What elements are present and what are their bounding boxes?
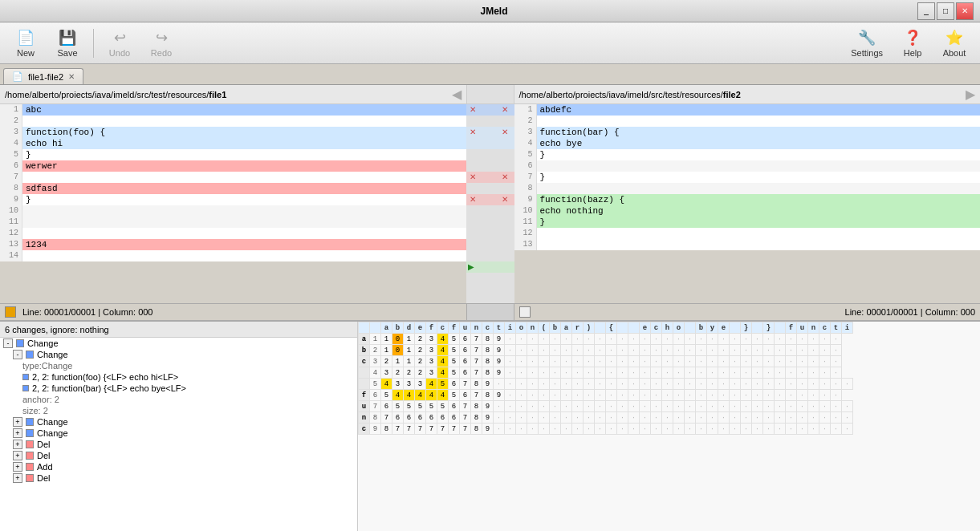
matrix-cell: 2 [381,356,392,367]
matrix-cell: · [572,356,584,367]
expand-btn-7[interactable]: + [13,417,22,427]
matrix-cell: · [718,390,730,401]
matrix-cell: · [775,379,786,390]
matrix-cell: · [808,412,819,424]
matrix-cell: · [707,334,718,345]
change-label-11: Add [37,462,53,472]
matrix-cell: 1 [381,345,392,356]
matrix-cell: · [685,401,696,412]
minimize-button[interactable]: ⎯ [917,2,935,20]
matrix-cell: · [505,412,516,424]
left-line-10: 10 [0,205,466,217]
change-icon-3 [22,374,29,380]
expand-btn-10[interactable]: + [13,451,22,460]
save-button[interactable]: 💾 Save [48,26,87,61]
matrix-cell: · [662,334,673,345]
left-line-8: 8sdfasd [0,183,466,194]
matrix-cell: · [775,334,786,345]
right-pane-header: /home/alberto/proiects/iava/imeld/src/te… [514,85,981,103]
settings-button[interactable]: 🔧 Settings [844,26,890,61]
matrix-cell: 6 [426,412,437,424]
save-label: Save [57,48,77,58]
matrix-cell: · [505,345,516,356]
maximize-button[interactable]: □ [937,2,954,20]
about-button[interactable]: ⭐ About [935,26,974,61]
matrix-cell: 4 [437,356,449,367]
change-label-7: Change [37,417,68,427]
matrix-row-num: 7 [370,401,381,412]
tab-file1-file2[interactable]: 📄 file1-file2 ✕ [3,68,83,84]
tab-close-button[interactable]: ✕ [68,72,75,81]
matrix-cell: · [595,345,606,356]
matrix-cell: · [707,424,718,435]
matrix-row: f654444456789···························… [359,390,853,401]
matrix-cell: · [831,345,842,356]
matrix-cell: · [628,334,640,345]
matrix-cell: · [550,412,561,424]
help-button[interactable]: ❓ Help [893,26,932,61]
matrix-cell: · [561,412,572,424]
matrix-cell: · [516,356,527,367]
changes-count: 6 changes, ignore: nothing [5,325,109,334]
matrix-cell: · [539,401,550,412]
matrix-cell: 3 [404,379,415,390]
matrix-cell: · [494,379,505,390]
diff-middle-header [466,85,514,103]
expand-btn-11[interactable]: + [13,462,22,472]
matrix-cell: · [673,424,685,435]
matrix-row-num: 6 [370,390,381,401]
expand-btn-1[interactable]: - [13,350,22,359]
undo-button[interactable]: ↩ Undo [100,26,139,61]
svg-text:✕: ✕ [470,172,476,181]
matrix-cell: · [617,345,628,356]
matrix-cell: 5 [449,334,460,345]
right-line-11: 11} [514,217,981,228]
matrix-cell: · [651,390,662,401]
matrix-cell: · [741,379,752,390]
matrix-cell: · [651,334,662,345]
matrix-col-header: i [842,322,853,334]
matrix-cell: · [797,345,808,356]
about-label: About [943,48,966,58]
close-button[interactable]: ✕ [956,2,974,20]
matrix-cell: · [808,367,819,379]
matrix-cell: · [584,356,595,367]
matrix-cell: · [730,367,741,379]
expand-btn-12[interactable]: + [13,473,22,483]
redo-icon: ↪ [156,29,168,47]
redo-button[interactable]: ↪ Redo [142,26,181,61]
expand-btn-8[interactable]: + [13,428,22,438]
matrix-cell: 6 [415,412,426,424]
expand-btn-0[interactable]: - [3,338,13,348]
change-item-8: + Change [0,428,357,439]
matrix-cell: · [651,412,662,424]
matrix-cell: · [505,390,516,401]
matrix-cell: · [696,356,707,367]
matrix-cell: · [741,424,752,435]
change-item-5: anchor: 2 [0,394,357,405]
matrix-cell: · [797,334,808,345]
matrix-cell: · [730,379,741,390]
matrix-cell: · [831,367,842,379]
matrix-col-header: f [426,322,437,334]
matrix-cell: 6 [404,412,415,424]
matrix-cell: 9 [494,367,505,379]
matrix-cell: · [775,367,786,379]
right-line-3: 3function(bar) { [514,127,981,138]
expand-btn-9[interactable]: + [13,440,22,449]
right-line-9: 9function(bazz) { [514,194,981,205]
matrix-cell: 2 [404,367,415,379]
left-status-text: Line: 00001/00001 | Column: 000 [22,307,152,317]
matrix-cell: · [797,379,808,390]
matrix-cell: 5 [426,401,437,412]
matrix-cell: 4 [415,390,426,401]
svg-text:✕: ✕ [502,172,508,181]
matrix-cell: · [685,334,696,345]
new-button[interactable]: 📄 New [6,26,45,61]
matrix-cell: · [550,379,561,390]
matrix-panel[interactable]: abdefcfunction(bar) { echo bye } } funct… [358,322,980,531]
svg-text:✕: ✕ [502,128,508,136]
svg-text:▶: ▶ [468,262,474,271]
matrix-cell: 3 [426,334,437,345]
change-icon-4 [22,385,29,391]
